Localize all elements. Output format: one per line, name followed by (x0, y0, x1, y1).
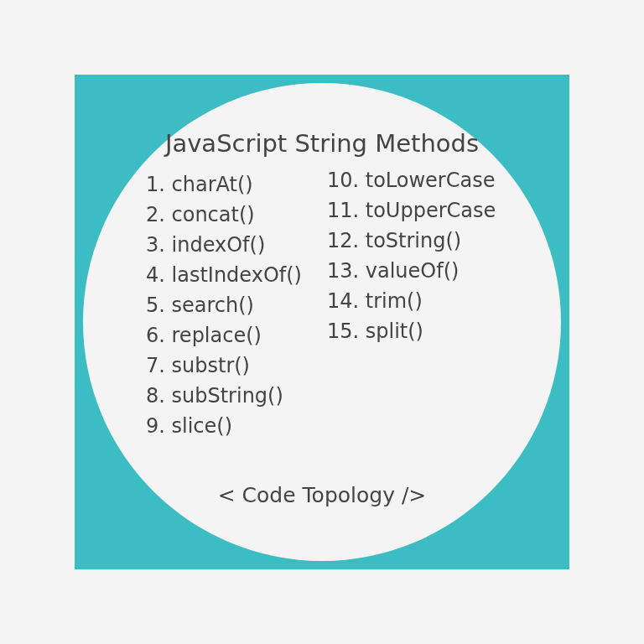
list-item: 10. toLowerCase (327, 165, 496, 195)
list-item: 11. toUpperCase (327, 195, 496, 226)
list-item: 9. slice() (146, 411, 302, 441)
list-item: 13. valueOf() (327, 256, 496, 286)
list-item: 7. substr() (146, 351, 302, 381)
list-item: 3. indexOf() (146, 230, 302, 260)
list-item: 15. split() (327, 316, 496, 346)
footer-brand: < Code Topology /> (83, 483, 561, 507)
list-item: 5. search() (146, 290, 302, 320)
list-item: 6. replace() (146, 320, 302, 351)
list-item: 4. lastIndexOf() (146, 260, 302, 290)
list-item: 8. subString() (146, 381, 302, 411)
white-circle-card: JavaScript String Methods 1. charAt()2. … (83, 83, 561, 561)
list-item: 14. trim() (327, 286, 496, 316)
list-item: 1. charAt() (146, 169, 302, 200)
list-item: 12. toString() (327, 226, 496, 256)
left-column: 1. charAt()2. concat()3. indexOf()4. las… (146, 169, 302, 441)
page-title: JavaScript String Methods (83, 129, 561, 158)
teal-square-background: JavaScript String Methods 1. charAt()2. … (75, 75, 569, 569)
list-item: 2. concat() (146, 200, 302, 230)
right-column: 10. toLowerCase11. toUpperCase12. toStri… (327, 165, 496, 441)
methods-columns: 1. charAt()2. concat()3. indexOf()4. las… (83, 169, 561, 441)
